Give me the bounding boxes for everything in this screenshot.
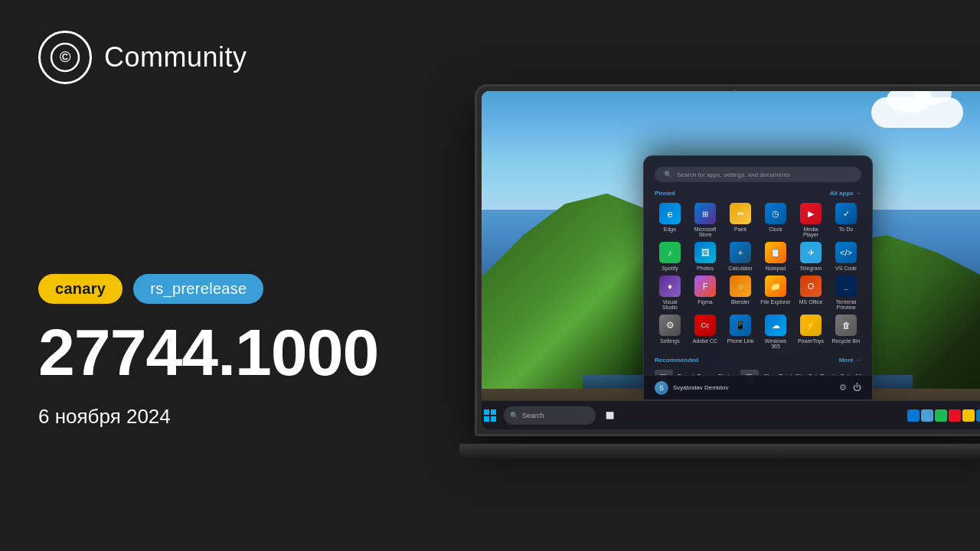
community-logo-icon: ©: [38, 31, 92, 84]
app-msoffice[interactable]: O MS Office: [795, 276, 826, 310]
prerelease-badge: rs_prerelease: [133, 274, 263, 304]
vs-label: Visual Studio: [655, 299, 685, 310]
app-settings[interactable]: ⚙ Settings: [655, 315, 685, 349]
notepad-label: Notepad: [766, 266, 786, 271]
taskbar-search-icon: 🔍: [510, 412, 518, 419]
app-clock[interactable]: ◷ Clock: [760, 203, 791, 237]
app-win365[interactable]: ☁ Windows 365: [760, 315, 791, 349]
tray-icon-6: [976, 409, 980, 422]
left-panel: © Community canary rs_prerelease 27744.1…: [0, 0, 475, 551]
notepad-icon: 📋: [765, 242, 786, 263]
app-telegram[interactable]: ✈ Telegram: [795, 242, 826, 271]
pinned-header: Pinned All apps →: [655, 190, 861, 197]
spotify-icon: ♪: [659, 242, 681, 263]
recommended-header: Recommended More →: [655, 357, 861, 364]
msoffice-icon: O: [800, 276, 822, 297]
recommended-label: Recommended: [655, 357, 698, 364]
task-view-icon[interactable]: ⬜: [601, 407, 618, 424]
edge-label: Edge: [664, 227, 676, 232]
edge-icon: e: [659, 203, 681, 224]
store-label: Microsoft Store: [690, 227, 720, 237]
app-blender[interactable]: ○ Blender: [725, 276, 756, 310]
svg-rect-3: [491, 409, 496, 415]
explorer-label: File Explorer: [760, 299, 790, 305]
app-calc[interactable]: + Calculator: [725, 242, 756, 271]
store-icon: ⊞: [694, 203, 716, 224]
app-media[interactable]: ▶ Media Player: [795, 203, 826, 237]
logo-area: © Community: [38, 31, 436, 84]
start-menu: 🔍 Search for apps, settings, and documen…: [643, 155, 873, 400]
release-date: 6 ноября 2024: [38, 405, 436, 429]
powertoys-icon: ⚡: [800, 315, 822, 336]
app-vs[interactable]: ♦ Visual Studio: [655, 276, 685, 310]
app-notepad[interactable]: 📋 Notepad: [760, 242, 791, 271]
vscode-icon: </>: [835, 242, 857, 263]
blender-icon: ○: [730, 276, 751, 297]
app-edge[interactable]: e Edge: [655, 203, 685, 237]
laptop-screen-outer: 🔍 Search for apps, settings, and documen…: [475, 84, 980, 436]
settings-footer-icon[interactable]: ⚙: [839, 383, 847, 393]
pinned-label: Pinned: [655, 190, 675, 197]
app-photos[interactable]: 🖼 Photos: [690, 242, 720, 271]
telegram-label: Telegram: [800, 266, 822, 271]
blender-label: Blender: [731, 299, 750, 305]
cloud: [871, 97, 963, 128]
clock-label: Clock: [769, 227, 782, 232]
win365-label: Windows 365: [760, 338, 791, 349]
more-link[interactable]: More →: [839, 357, 861, 364]
todo-icon: ✓: [835, 203, 857, 224]
vscode-label: VS Code: [835, 266, 857, 271]
right-panel: 🔍 Search for apps, settings, and documen…: [459, 0, 980, 551]
spotify-label: Spotify: [662, 266, 678, 271]
phone-label: Phone Link: [727, 338, 753, 344]
start-search-bar[interactable]: 🔍 Search for apps, settings, and documen…: [655, 167, 861, 182]
app-powertoys[interactable]: ⚡ PowerToys: [795, 315, 826, 349]
app-figma[interactable]: F Figma: [690, 276, 720, 310]
msoffice-label: MS Office: [799, 299, 823, 305]
start-search-placeholder: Search for apps, settings, and documents: [677, 171, 790, 178]
app-explorer[interactable]: 📁 File Explorer: [760, 276, 791, 310]
laptop-screen: 🔍 Search for apps, settings, and documen…: [482, 91, 980, 429]
adobe-label: Adobe CC: [693, 338, 717, 344]
app-spotify[interactable]: ♪ Spotify: [655, 242, 685, 271]
pinned-grid: e Edge ⊞ Microsoft Store ✏ Paint: [655, 203, 861, 349]
all-apps-link[interactable]: All apps →: [830, 190, 861, 197]
power-icon[interactable]: ⏻: [853, 383, 861, 393]
explorer-icon: 📁: [765, 276, 786, 297]
clock-icon: ◷: [765, 203, 786, 224]
settings-icon: ⚙: [659, 315, 681, 336]
app-vscode[interactable]: </> VS Code: [831, 242, 861, 271]
app-store[interactable]: ⊞ Microsoft Store: [690, 203, 720, 237]
phone-icon: 📱: [730, 315, 751, 336]
win365-icon: ☁: [765, 315, 786, 336]
paint-label: Paint: [734, 227, 746, 232]
recycle-icon: 🗑: [835, 315, 857, 336]
app-todo[interactable]: ✓ To Do: [831, 203, 861, 237]
brand-title: Community: [104, 41, 247, 73]
vs-icon: ♦: [659, 276, 681, 297]
settings-label: Settings: [660, 338, 679, 344]
laptop-mockup: 🔍 Search for apps, settings, and documen…: [459, 84, 980, 482]
app-adobe[interactable]: Cc Adobe CC: [690, 315, 720, 349]
svg-rect-4: [484, 416, 489, 422]
taskbar-search-text: Search: [522, 412, 544, 419]
user-avatar: S: [655, 381, 668, 395]
media-icon: ▶: [800, 203, 822, 224]
app-recycle[interactable]: 🗑 Recycle Bin: [831, 315, 861, 349]
taskbar-search[interactable]: 🔍 Search: [504, 406, 596, 425]
app-phone[interactable]: 📱 Phone Link: [725, 315, 756, 349]
todo-label: To Do: [839, 227, 853, 232]
tray-icon-1: [907, 409, 920, 422]
calc-label: Calculator: [728, 266, 753, 271]
app-paint[interactable]: ✏ Paint: [725, 203, 756, 237]
recycle-label: Recycle Bin: [832, 338, 861, 344]
calc-icon: +: [730, 242, 751, 263]
svg-text:©: ©: [59, 48, 70, 65]
app-terminal[interactable]: _ Terminal Preview: [831, 276, 861, 310]
adobe-icon: Cc: [694, 315, 716, 336]
badges-container: canary rs_prerelease: [38, 274, 436, 304]
terminal-label: Terminal Preview: [831, 299, 861, 310]
user-info: S Svyatoslav Demidov: [655, 381, 728, 395]
windows-button[interactable]: [482, 407, 498, 424]
desktop-wallpaper: 🔍 Search for apps, settings, and documen…: [482, 91, 980, 429]
